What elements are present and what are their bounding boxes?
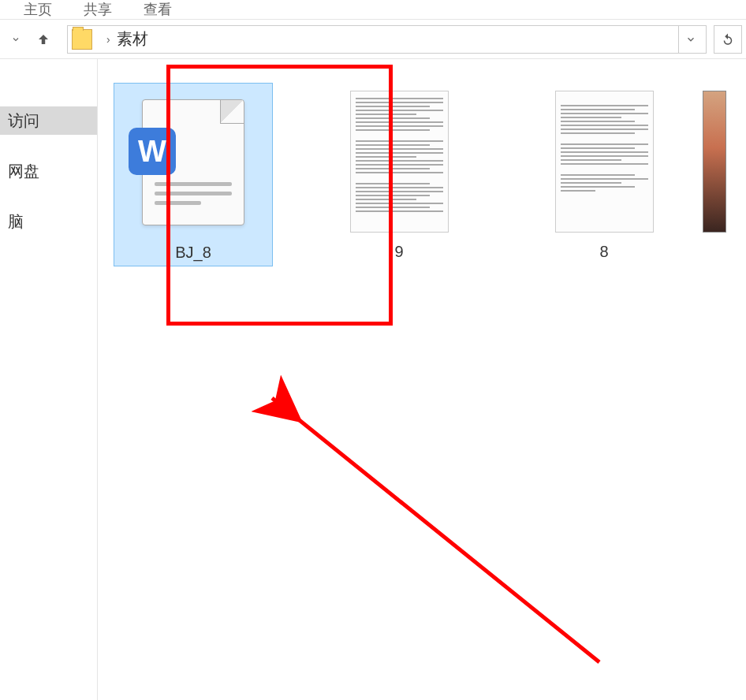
ribbon-tab-home[interactable]: 主页 xyxy=(24,0,52,23)
content-area[interactable]: W BJ_8 xyxy=(98,59,746,700)
sidebar-item-computer[interactable]: 脑 xyxy=(0,207,97,236)
page-fold-icon xyxy=(220,100,244,124)
main-area: 访问 网盘 脑 W xyxy=(0,59,746,700)
nav-up-button[interactable] xyxy=(32,28,55,51)
sidebar-item-label: 脑 xyxy=(8,211,24,233)
ribbon-tab-view[interactable]: 查看 xyxy=(144,0,172,23)
address-bar[interactable]: › 素材 xyxy=(67,25,707,54)
nav-history-dropdown[interactable] xyxy=(4,28,28,51)
breadcrumb-chevron-icon: › xyxy=(106,33,110,46)
file-label: BJ_8 xyxy=(175,244,211,262)
address-dropdown-button[interactable] xyxy=(678,26,702,53)
text-preview-icon xyxy=(350,91,449,233)
word-w-badge-icon: W xyxy=(129,128,176,175)
file-label: 8 xyxy=(599,243,608,261)
breadcrumb-current[interactable]: 素材 xyxy=(117,28,148,50)
image-preview-icon xyxy=(703,91,726,233)
file-item-9[interactable]: 9 xyxy=(320,83,478,265)
sidebar-item-cloud[interactable]: 网盘 xyxy=(0,157,97,185)
file-item-bj8[interactable]: W BJ_8 xyxy=(114,83,273,266)
sidebar-item-label: 访问 xyxy=(8,110,39,132)
sidebar-item-quick-access[interactable]: 访问 xyxy=(0,106,97,135)
file-item-8[interactable]: 8 xyxy=(525,83,683,265)
sidebar: 访问 网盘 脑 xyxy=(0,59,98,700)
folder-icon xyxy=(72,29,92,50)
refresh-button[interactable] xyxy=(714,25,742,54)
file-thumbnail: W xyxy=(118,88,268,237)
file-thumbnail xyxy=(324,87,474,236)
navigation-bar: › 素材 xyxy=(0,20,746,59)
word-document-icon: W xyxy=(142,99,244,225)
ribbon-tab-share[interactable]: 共享 xyxy=(84,0,112,23)
text-preview-icon xyxy=(555,91,654,233)
file-thumbnail xyxy=(703,87,726,236)
file-label: 9 xyxy=(394,243,403,261)
file-grid: W BJ_8 xyxy=(114,83,730,266)
file-thumbnail xyxy=(529,87,679,236)
ribbon-tabs: 主页 共享 查看 xyxy=(0,0,746,20)
file-item-image[interactable] xyxy=(699,83,730,247)
sidebar-item-label: 网盘 xyxy=(8,161,39,182)
doc-lines-icon xyxy=(155,182,232,210)
